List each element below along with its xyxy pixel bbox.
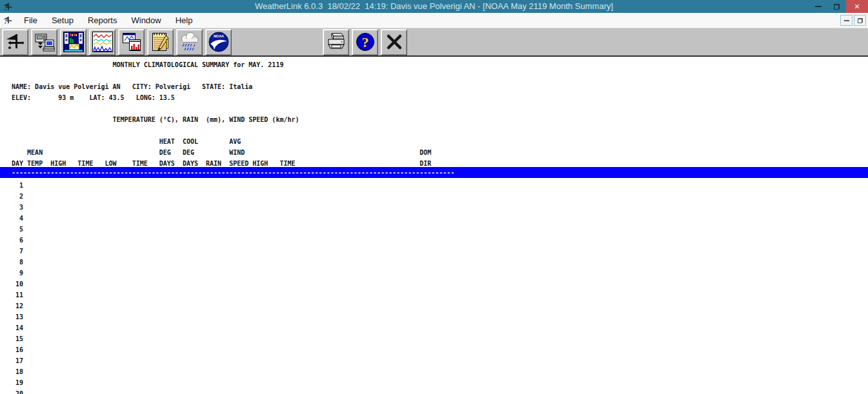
menu-item-setup[interactable]: Setup bbox=[45, 13, 81, 28]
toolbar-button-noaa[interactable]: NOAA bbox=[205, 29, 232, 55]
mdi-restore-button[interactable] bbox=[854, 15, 866, 26]
svg-text:NOAA: NOAA bbox=[213, 34, 223, 38]
menu-item-help[interactable]: Help bbox=[168, 13, 200, 28]
rain-icon bbox=[179, 32, 200, 52]
restore-button[interactable] bbox=[827, 0, 846, 13]
download-icon bbox=[34, 32, 55, 52]
minimize-button[interactable] bbox=[809, 0, 827, 13]
toolbar-button-bulletin[interactable] bbox=[60, 29, 86, 55]
notes-icon bbox=[150, 32, 171, 52]
noaa-icon: NOAA bbox=[208, 32, 229, 52]
toolbar-button-notes[interactable] bbox=[147, 29, 174, 55]
close-icon bbox=[384, 32, 405, 52]
restore-icon bbox=[834, 4, 840, 10]
minimize-icon bbox=[815, 6, 822, 7]
print-icon bbox=[326, 32, 347, 52]
title-bar[interactable]: WeatherLink 6.0.3 18/02/22 14:19: Davis … bbox=[0, 0, 868, 13]
noaa-report-view: MONTHLY CLIMATOLOGICAL SUMMARY for MAY. … bbox=[0, 57, 868, 394]
menu-bar: File Setup Reports Window Help bbox=[0, 13, 868, 28]
weather-vane-icon bbox=[3, 15, 13, 25]
toolbar-button-plot[interactable] bbox=[118, 29, 145, 55]
report-days-block: 1 2 3 4 5 6 7 8 9 10 11 12 13 14 15 16 1… bbox=[12, 180, 23, 394]
help-icon: ? bbox=[355, 32, 376, 52]
toolbar: NOAA ? bbox=[0, 28, 868, 57]
menu-item-reports[interactable]: Reports bbox=[81, 13, 125, 28]
bulletin-icon bbox=[63, 32, 84, 52]
close-icon: ✕ bbox=[854, 3, 860, 11]
menu-item-window[interactable]: Window bbox=[124, 13, 168, 28]
mdi-minimize-button[interactable] bbox=[840, 15, 853, 26]
toolbar-button-strip-chart[interactable] bbox=[89, 29, 116, 55]
toolbar-button-station[interactable] bbox=[2, 29, 28, 55]
toolbar-button-close[interactable] bbox=[381, 29, 407, 55]
svg-text:?: ? bbox=[361, 34, 368, 50]
menu-item-file[interactable]: File bbox=[17, 13, 45, 28]
selected-separator-row[interactable]: ----------------------------------------… bbox=[0, 167, 868, 178]
toolbar-button-rain[interactable] bbox=[176, 29, 203, 55]
weather-vane-icon bbox=[3, 2, 13, 12]
plot-icon bbox=[121, 32, 142, 52]
toolbar-button-help[interactable]: ? bbox=[352, 29, 378, 55]
window-title: WeatherLink 6.0.3 18/02/22 14:19: Davis … bbox=[0, 0, 868, 13]
report-header-block: MONTHLY CLIMATOLOGICAL SUMMARY for MAY. … bbox=[12, 59, 431, 169]
restore-icon bbox=[858, 18, 863, 23]
toolbar-spacer bbox=[234, 42, 323, 43]
minimize-icon bbox=[844, 20, 849, 21]
weather-vane-icon bbox=[5, 32, 26, 52]
close-button[interactable]: ✕ bbox=[846, 0, 868, 13]
strip-chart-icon bbox=[92, 32, 113, 52]
toolbar-button-download[interactable] bbox=[31, 29, 57, 55]
toolbar-button-print[interactable] bbox=[323, 29, 349, 55]
separator-row-text: ----------------------------------------… bbox=[12, 167, 868, 178]
